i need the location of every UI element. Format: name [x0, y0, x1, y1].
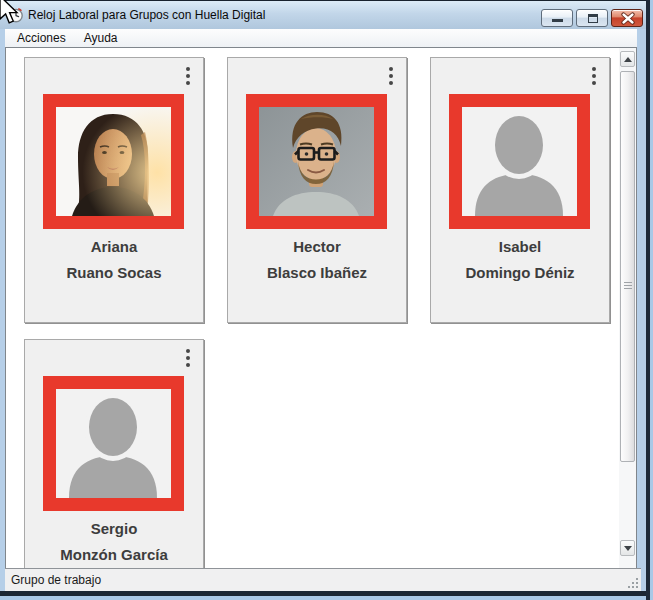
- card-menu-button[interactable]: [389, 67, 393, 85]
- employee-first-name: Hector: [228, 234, 406, 260]
- triangle-down-icon: [624, 546, 632, 551]
- employee-last-name: Blasco Ibañez: [228, 260, 406, 286]
- employee-last-name: Ruano Socas: [25, 260, 203, 286]
- woman-portrait-image: [56, 107, 171, 216]
- close-button[interactable]: [611, 9, 643, 27]
- window-bottom-border: [0, 596, 646, 600]
- card-menu-button[interactable]: [186, 67, 190, 85]
- scrollbar-thumb[interactable]: [620, 71, 635, 462]
- scroll-up-button[interactable]: [620, 51, 635, 67]
- maximize-button[interactable]: [576, 9, 608, 27]
- window-title: Reloj Laboral para Grupos con Huella Dig…: [28, 1, 265, 29]
- minimize-icon: [552, 19, 563, 22]
- man-glasses-portrait-image: [259, 107, 374, 216]
- content-area: Ariana Ruano Socas: [5, 47, 637, 569]
- employee-first-name: Sergio: [25, 516, 203, 542]
- employee-photo: [43, 94, 184, 229]
- menu-item-ayuda[interactable]: Ayuda: [75, 29, 127, 47]
- resize-grip[interactable]: [626, 576, 638, 588]
- status-bar: Grupo de trabajo: [5, 568, 641, 591]
- employee-name: Sergio Monzón García: [25, 516, 203, 568]
- mouse-cursor-icon: [0, 0, 20, 27]
- app-window: Reloj Laboral para Grupos con Huella Dig…: [0, 0, 646, 600]
- placeholder-avatar-icon: [462, 107, 577, 216]
- title-bar[interactable]: Reloj Laboral para Grupos con Huella Dig…: [0, 1, 646, 29]
- desktop: Reloj Laboral para Grupos con Huella Dig…: [0, 0, 653, 600]
- employee-photo: [43, 376, 184, 511]
- card-menu-button[interactable]: [186, 349, 190, 367]
- employee-card-sergio[interactable]: Sergio Monzón García: [24, 339, 204, 568]
- vertical-scrollbar[interactable]: [619, 48, 636, 568]
- thumb-grip-icon: [624, 282, 632, 291]
- employee-photo: [449, 94, 590, 229]
- employee-grid: Ariana Ruano Socas: [6, 48, 619, 568]
- employee-last-name: Domingo Déniz: [431, 260, 609, 286]
- employee-last-name: Monzón García: [25, 542, 203, 568]
- employee-card-hector[interactable]: Hector Blasco Ibañez: [227, 57, 407, 323]
- window-controls: [541, 9, 643, 27]
- employee-photo: [246, 94, 387, 229]
- status-text: Grupo de trabajo: [11, 569, 101, 591]
- card-menu-button[interactable]: [592, 67, 596, 85]
- employee-card-isabel[interactable]: Isabel Domingo Déniz: [430, 57, 610, 323]
- scroll-down-button[interactable]: [620, 540, 635, 556]
- employee-first-name: Isabel: [431, 234, 609, 260]
- employee-name: Isabel Domingo Déniz: [431, 234, 609, 286]
- employee-card-ariana[interactable]: Ariana Ruano Socas: [24, 57, 204, 323]
- maximize-icon: [588, 14, 598, 23]
- close-icon: [621, 12, 635, 25]
- menu-bar: Acciones Ayuda: [5, 29, 637, 47]
- employee-first-name: Ariana: [25, 234, 203, 260]
- menu-item-acciones[interactable]: Acciones: [8, 29, 75, 47]
- minimize-button[interactable]: [541, 9, 573, 27]
- employee-name: Ariana Ruano Socas: [25, 234, 203, 286]
- placeholder-avatar-icon: [56, 389, 171, 498]
- triangle-up-icon: [624, 57, 632, 62]
- employee-name: Hector Blasco Ibañez: [228, 234, 406, 286]
